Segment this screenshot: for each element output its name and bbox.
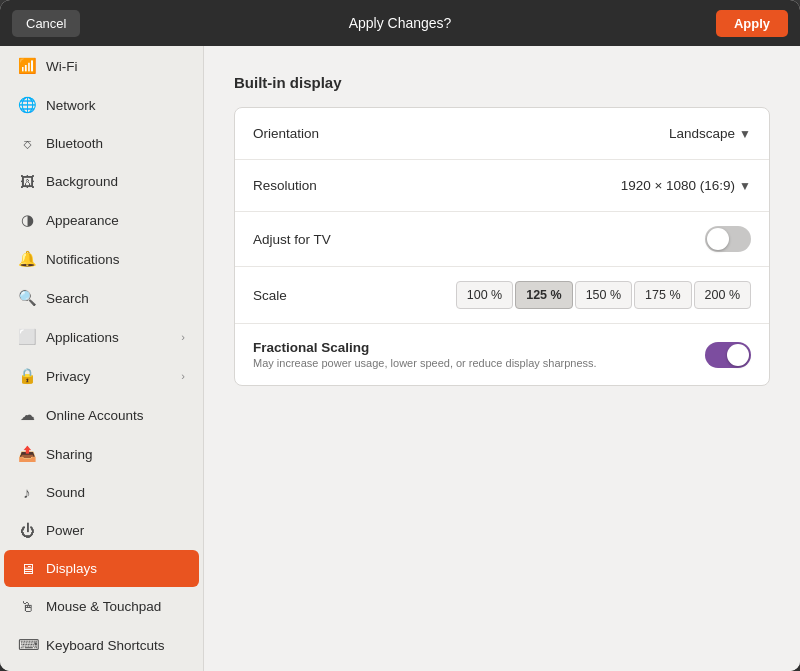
resolution-value: 1920 × 1080 (16:9) — [621, 178, 735, 193]
sidebar-label-keyboard-shortcuts: Keyboard Shortcuts — [46, 638, 165, 653]
settings-card: Orientation Landscape ▼ Resolution 1920 … — [234, 107, 770, 386]
fractional-scaling-control — [705, 342, 751, 368]
resolution-label: Resolution — [253, 178, 621, 193]
titlebar-title: Apply Changes? — [349, 15, 452, 31]
sound-icon: ♪ — [18, 484, 36, 501]
content-area: 📶Wi-Fi🌐Network⎏Bluetooth🖼Background◑Appe… — [0, 46, 800, 671]
sidebar: 📶Wi-Fi🌐Network⎏Bluetooth🖼Background◑Appe… — [0, 46, 204, 671]
sidebar-label-displays: Displays — [46, 561, 97, 576]
mouse-touchpad-icon: 🖱 — [18, 598, 36, 615]
sidebar-item-displays[interactable]: 🖥Displays — [4, 550, 199, 587]
sidebar-label-applications: Applications — [46, 330, 119, 345]
fractional-scaling-label: Fractional Scaling — [253, 340, 705, 355]
sidebar-label-network: Network — [46, 98, 96, 113]
scale-btn-125pct[interactable]: 125 % — [515, 281, 572, 309]
sidebar-item-printers[interactable]: 🖨Printers — [4, 665, 199, 671]
sidebar-arrow-privacy: › — [181, 370, 185, 382]
sidebar-label-bluetooth: Bluetooth — [46, 136, 103, 151]
section-title: Built-in display — [234, 74, 770, 91]
fractional-scaling-row: Fractional Scaling May increase power us… — [235, 324, 769, 385]
displays-icon: 🖥 — [18, 560, 36, 577]
sidebar-label-appearance: Appearance — [46, 213, 119, 228]
sidebar-item-sound[interactable]: ♪Sound — [4, 474, 199, 511]
sidebar-label-search: Search — [46, 291, 89, 306]
keyboard-shortcuts-icon: ⌨ — [18, 636, 36, 654]
sidebar-label-power: Power — [46, 523, 84, 538]
sidebar-label-sharing: Sharing — [46, 447, 93, 462]
orientation-row: Orientation Landscape ▼ — [235, 108, 769, 160]
sidebar-label-online-accounts: Online Accounts — [46, 408, 144, 423]
sidebar-label-sound: Sound — [46, 485, 85, 500]
sidebar-item-power[interactable]: ⏻Power — [4, 512, 199, 549]
sidebar-item-keyboard-shortcuts[interactable]: ⌨Keyboard Shortcuts — [4, 626, 199, 664]
notifications-icon: 🔔 — [18, 250, 36, 268]
sidebar-item-network[interactable]: 🌐Network — [4, 86, 199, 124]
privacy-icon: 🔒 — [18, 367, 36, 385]
scale-btn-150pct[interactable]: 150 % — [575, 281, 632, 309]
resolution-control: 1920 × 1080 (16:9) ▼ — [621, 178, 751, 193]
scale-btn-100pct[interactable]: 100 % — [456, 281, 513, 309]
sidebar-item-search[interactable]: 🔍Search — [4, 279, 199, 317]
fractional-scaling-description: May increase power usage, lower speed, o… — [253, 357, 705, 369]
sidebar-item-bluetooth[interactable]: ⎏Bluetooth — [4, 125, 199, 162]
sidebar-label-notifications: Notifications — [46, 252, 120, 267]
bluetooth-icon: ⎏ — [18, 135, 36, 152]
wifi-icon: 📶 — [18, 57, 36, 75]
cancel-button[interactable]: Cancel — [12, 10, 80, 37]
main-content: Built-in display Orientation Landscape ▼… — [204, 46, 800, 671]
sidebar-label-background: Background — [46, 174, 118, 189]
sidebar-label-privacy: Privacy — [46, 369, 90, 384]
sidebar-item-sharing[interactable]: 📤Sharing — [4, 435, 199, 473]
adjust-for-tv-label: Adjust for TV — [253, 232, 705, 247]
sidebar-item-mouse-touchpad[interactable]: 🖱Mouse & Touchpad — [4, 588, 199, 625]
sidebar-item-online-accounts[interactable]: ☁Online Accounts — [4, 396, 199, 434]
sidebar-item-wifi[interactable]: 📶Wi-Fi — [4, 47, 199, 85]
appearance-icon: ◑ — [18, 211, 36, 229]
sidebar-item-notifications[interactable]: 🔔Notifications — [4, 240, 199, 278]
scale-label: Scale — [253, 288, 456, 303]
sidebar-item-appearance[interactable]: ◑Appearance — [4, 201, 199, 239]
online-accounts-icon: ☁ — [18, 406, 36, 424]
fractional-scaling-toggle[interactable] — [705, 342, 751, 368]
titlebar: Cancel Apply Changes? Apply — [0, 0, 800, 46]
resolution-row: Resolution 1920 × 1080 (16:9) ▼ — [235, 160, 769, 212]
background-icon: 🖼 — [18, 173, 36, 190]
sidebar-label-mouse-touchpad: Mouse & Touchpad — [46, 599, 161, 614]
network-icon: 🌐 — [18, 96, 36, 114]
resolution-dropdown[interactable]: 1920 × 1080 (16:9) ▼ — [621, 178, 751, 193]
adjust-for-tv-toggle[interactable] — [705, 226, 751, 252]
adjust-for-tv-row: Adjust for TV — [235, 212, 769, 267]
orientation-dropdown[interactable]: Landscape ▼ — [669, 126, 751, 141]
power-icon: ⏻ — [18, 522, 36, 539]
apply-button[interactable]: Apply — [716, 10, 788, 37]
sharing-icon: 📤 — [18, 445, 36, 463]
orientation-label: Orientation — [253, 126, 669, 141]
scale-btn-200pct[interactable]: 200 % — [694, 281, 751, 309]
orientation-arrow-icon: ▼ — [739, 127, 751, 141]
orientation-control: Landscape ▼ — [669, 126, 751, 141]
resolution-arrow-icon: ▼ — [739, 179, 751, 193]
settings-window: Cancel Apply Changes? Apply 📶Wi-Fi🌐Netwo… — [0, 0, 800, 671]
fractional-scaling-text: Fractional Scaling May increase power us… — [253, 340, 705, 369]
sidebar-label-wifi: Wi-Fi — [46, 59, 77, 74]
sidebar-arrow-applications: › — [181, 331, 185, 343]
orientation-value: Landscape — [669, 126, 735, 141]
scale-control: 100 %125 %150 %175 %200 % — [456, 281, 751, 309]
applications-icon: ⬜ — [18, 328, 36, 346]
scale-btn-175pct[interactable]: 175 % — [634, 281, 691, 309]
adjust-for-tv-control — [705, 226, 751, 252]
sidebar-item-background[interactable]: 🖼Background — [4, 163, 199, 200]
sidebar-item-applications[interactable]: ⬜Applications› — [4, 318, 199, 356]
search-icon: 🔍 — [18, 289, 36, 307]
scale-row: Scale 100 %125 %150 %175 %200 % — [235, 267, 769, 324]
sidebar-item-privacy[interactable]: 🔒Privacy› — [4, 357, 199, 395]
